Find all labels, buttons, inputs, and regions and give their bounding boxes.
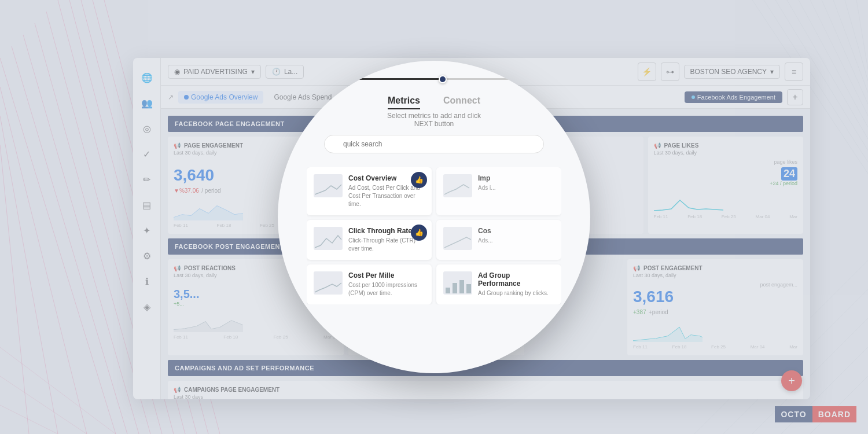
metric-info-imp: Imp Ads i...: [478, 174, 554, 192]
modal-overlay: Metrics Connect Select metrics to add an…: [0, 0, 868, 434]
metric-desc-cpm: Cost per 1000 impressions (CPM) over tim…: [348, 281, 425, 297]
metric-chart-cost: [314, 174, 343, 197]
metric-thumb-ctr: [314, 227, 343, 250]
metric-info-cpm: Cost Per Mille Cost per 1000 impressions…: [348, 271, 425, 297]
metric-info-cw: Cos Ads...: [478, 227, 554, 245]
slider-fill: [347, 78, 443, 80]
metric-name-ag: Ad Group Performance: [478, 271, 554, 288]
metric-like-cost[interactable]: 👍: [411, 172, 427, 188]
metric-item-cost-overview[interactable]: Cost Overview Ad Cost, Cost Per Click an…: [307, 167, 432, 215]
svg-rect-33: [459, 280, 464, 293]
metric-item-cost-widget[interactable]: Cos Ads...: [436, 220, 561, 260]
modal-tab-metrics[interactable]: Metrics: [388, 95, 420, 109]
metric-thumb-cw: [443, 227, 472, 250]
slider-thumb[interactable]: [439, 75, 447, 83]
metric-thumb-cpm: [314, 271, 343, 295]
metric-chart-ctr: [314, 227, 343, 250]
metric-chart-imp: [443, 174, 472, 197]
slider-track: [347, 78, 521, 80]
metric-like-ctr[interactable]: 👍: [411, 225, 427, 241]
metric-name-imp: Imp: [478, 174, 554, 182]
metric-item-adgroup[interactable]: Ad Group Performance Ad Group ranking by…: [436, 264, 561, 304]
metric-name-cw: Cos: [478, 227, 554, 235]
metric-chart-cw: [443, 227, 472, 250]
metric-desc-imp: Ads i...: [478, 184, 554, 192]
modal-tabs: Metrics Connect: [388, 95, 480, 109]
metrics-grid: Cost Overview Ad Cost, Cost Per Click an…: [307, 167, 561, 304]
svg-rect-32: [453, 283, 457, 293]
metric-item-ctr[interactable]: Click Through Rate Click-Through Rate (C…: [307, 220, 432, 260]
modal-search-wrap: 🔍: [324, 135, 544, 160]
modal-slider-area: [347, 78, 521, 80]
svg-rect-34: [466, 284, 471, 293]
metric-chart-cpm: [314, 271, 343, 295]
metric-chart-ag: [443, 271, 472, 295]
slider-thumb2: [518, 76, 524, 82]
modal-subtitle: Select metrics to add and click NEXT but…: [387, 112, 481, 128]
metric-info-ag: Ad Group Performance Ad Group ranking by…: [478, 271, 554, 297]
metric-thumb-imp: [443, 174, 472, 197]
svg-rect-31: [446, 288, 450, 293]
modal-tab-connect[interactable]: Connect: [443, 95, 480, 109]
metric-desc-cost: Ad Cost, Cost Per Click and Cost Per Tra…: [348, 184, 425, 208]
metric-thumb-cost: [314, 174, 343, 197]
metric-desc-ag: Ad Group ranking by clicks.: [478, 289, 554, 297]
metric-desc-cw: Ads...: [478, 237, 554, 245]
metric-desc-ctr: Click-Through Rate (CTR) over time.: [348, 237, 425, 253]
metric-thumb-ag: [443, 271, 472, 295]
metric-name-cpm: Cost Per Mille: [348, 271, 425, 279]
metric-item-cpm[interactable]: Cost Per Mille Cost per 1000 impressions…: [307, 264, 432, 304]
modal-circle: Metrics Connect Select metrics to add an…: [278, 61, 590, 373]
search-input[interactable]: [324, 135, 544, 153]
metric-item-impressions[interactable]: Imp Ads i...: [436, 167, 561, 215]
